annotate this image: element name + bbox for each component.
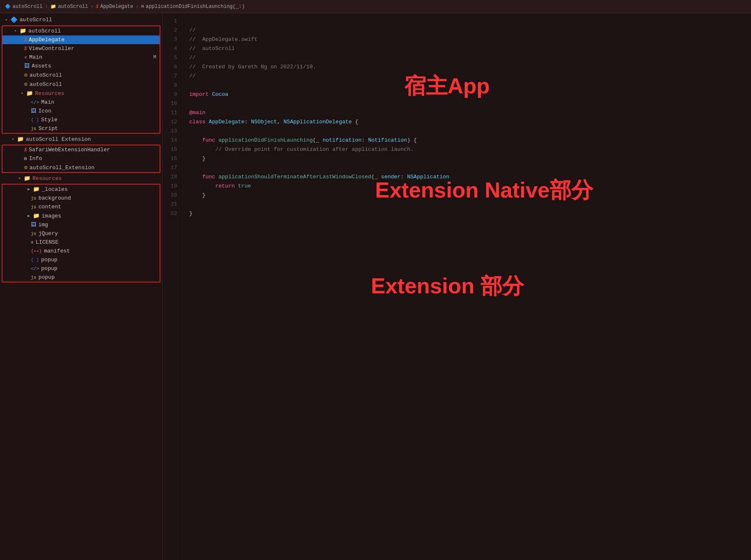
sidebar-resources2-label: Resources <box>33 175 62 182</box>
swift-icon: 𝑆 <box>24 37 27 43</box>
sidebar-img-label: img <box>38 222 48 228</box>
root-app-icon: 🔷 <box>10 16 18 23</box>
breadcrumb-app-icon: 🔷 autoScroll <box>5 4 43 10</box>
sidebar-style-label: Style <box>41 117 58 123</box>
breadcrumb-folder: 📁 autoScroll <box>50 4 88 10</box>
sidebar-item-popup-html[interactable]: </> popup <box>3 264 160 273</box>
sidebar-resources1-label: Resources <box>35 90 64 97</box>
sidebar-item-img[interactable]: 🖼 img <box>3 220 160 229</box>
sidebar-item-main-html[interactable]: </> Main <box>3 98 160 107</box>
folder-icon: 📁 <box>50 4 56 9</box>
sidebar-images-label: images <box>42 213 61 219</box>
sidebar-root[interactable]: ▾ 🔷 autoScroll <box>0 15 162 25</box>
sidebar-background-label: background <box>38 195 71 201</box>
breadcrumb-method-label[interactable]: applicationDidFinishLaunching(_:) <box>145 4 245 10</box>
code-text: // // AppDelegate.swift // autoScroll //… <box>183 13 751 560</box>
sidebar-item-autoscroll-plist1[interactable]: ⚙ autoScroll <box>3 70 160 80</box>
line-numbers: 1 2 3 4 5 6 7 8 9 10 11 12 13 14 15 16 1… <box>163 13 183 560</box>
image-icon: 🖼 <box>31 108 36 114</box>
sidebar-popup-css-label: popup <box>41 257 58 263</box>
sidebar-item-license[interactable]: ≡ LICENSE <box>3 238 160 247</box>
chevron-down-icon: ▾ <box>14 28 17 33</box>
red-outline-resources: ▶ 📁 _locales js background js content ▶ … <box>2 184 160 282</box>
js-icon: js <box>31 231 36 236</box>
sidebar-item-autoscroll-plist2[interactable]: ⚙ autoScroll <box>3 80 160 89</box>
folder-icon: 📁 <box>17 136 24 142</box>
sidebar-item-icon[interactable]: 🖼 Icon <box>3 107 160 115</box>
html-icon: </> <box>31 100 39 105</box>
red-outline-extension: 𝑆 SafariWebExtensionHandler ⊟ Info ⚙ aut… <box>2 145 160 173</box>
sidebar-item-main-storyboard[interactable]: ✕ Main M <box>3 53 160 62</box>
folder-icon: 📁 <box>20 28 26 34</box>
sidebar-item-background[interactable]: js background <box>3 194 160 202</box>
method-icon: M <box>141 4 144 9</box>
css-icon: { } <box>31 118 39 122</box>
folder-icon: 📁 <box>26 90 33 97</box>
chevron-down-icon: ▾ <box>12 137 14 142</box>
sidebar-item-popup-js[interactable]: js popup <box>3 273 160 282</box>
storyboard-icon: ✕ <box>24 54 27 60</box>
sidebar-main-html-label: Main <box>41 99 54 105</box>
sidebar-item-assets[interactable]: 🖼 Assets <box>3 62 160 70</box>
code-editor[interactable]: 宿主App Extension Native部分 Extension 部分 1 … <box>163 13 751 560</box>
sidebar-autoscroll-extension-label: autoScroll_Extension <box>30 165 95 171</box>
sidebar-content-label: content <box>38 204 61 210</box>
sidebar-item-autoscroll-extension[interactable]: ⚙ autoScroll_Extension <box>3 163 160 172</box>
breadcrumb-autoscroll[interactable]: autoScroll <box>13 4 43 10</box>
sidebar-item-info[interactable]: ⊟ Info <box>3 154 160 163</box>
sidebar-autoscroll-plist1-label: autoScroll <box>30 72 62 78</box>
sidebar-assets-label: Assets <box>32 63 51 69</box>
gear-icon: ⚙ <box>24 72 28 78</box>
sidebar-item-appdelegate[interactable]: 𝑆 AppDelegate <box>3 35 160 44</box>
sidebar-extension-folder[interactable]: ▾ 📁 autoScroll Extension <box>0 135 162 144</box>
breadcrumb-appdelegate: 𝑆 AppDelegate <box>96 4 133 10</box>
assets-icon: 🖼 <box>24 63 30 69</box>
sidebar-resources2-folder[interactable]: ▾ 📁 Resources <box>0 174 162 183</box>
sidebar-item-images[interactable]: ▶ 📁 images <box>3 211 160 220</box>
sidebar-item-manifest[interactable]: {••} manifest <box>3 247 160 255</box>
sidebar-item-popup-css[interactable]: { } popup <box>3 255 160 264</box>
bc-sep-1: › <box>45 4 48 10</box>
breadcrumb-method: M applicationDidFinishLaunching(_:) <box>141 4 245 10</box>
gear-icon: ⚙ <box>24 81 28 88</box>
sidebar-safari-handler-label: SafariWebExtensionHandler <box>29 147 110 153</box>
sidebar-locales-label: _locales <box>42 186 68 192</box>
modified-badge: M <box>153 55 156 60</box>
sidebar-item-content[interactable]: js content <box>3 202 160 211</box>
sidebar-main-storyboard-label: Main <box>29 54 42 60</box>
swift-icon: 𝑆 <box>96 4 98 9</box>
chevron-right-icon: ▶ <box>28 213 30 218</box>
sidebar: ▾ 🔷 autoScroll ▾ 📁 autoScroll 𝑆 AppDeleg… <box>0 13 163 560</box>
sidebar-license-label: LICENSE <box>36 239 59 245</box>
sidebar-item-viewcontroller[interactable]: 𝑆 ViewController <box>3 44 160 53</box>
sidebar-item-resources1[interactable]: ▾ 📁 Resources <box>3 89 160 98</box>
js-icon: js <box>31 275 36 280</box>
chevron-down-icon: ▾ <box>5 18 8 22</box>
sidebar-item-jquery[interactable]: js jQuery <box>3 229 160 238</box>
css-icon: { } <box>31 258 39 262</box>
chevron-right-icon: ▶ <box>28 187 30 192</box>
manifest-icon: {••} <box>31 249 42 254</box>
sidebar-autoscroll-folder[interactable]: ▾ 📁 autoScroll <box>3 26 160 35</box>
sidebar-info-label: Info <box>29 155 42 162</box>
swift-icon: 𝑆 <box>24 147 27 153</box>
sidebar-item-safari-handler[interactable]: 𝑆 SafariWebExtensionHandler <box>3 145 160 154</box>
sidebar-item-script[interactable]: js Script <box>3 124 160 133</box>
breadcrumb-appdelegate-label[interactable]: AppDelegate <box>100 4 133 10</box>
code-content: 1 2 3 4 5 6 7 8 9 10 11 12 13 14 15 16 1… <box>163 13 751 560</box>
breadcrumb-folder-label[interactable]: autoScroll <box>58 4 88 10</box>
sidebar-viewcontroller-label: ViewController <box>29 45 74 52</box>
gear-icon: ⚙ <box>24 164 28 171</box>
js-icon: js <box>31 205 36 210</box>
js-icon: js <box>31 196 36 201</box>
info-icon: ⊟ <box>24 156 27 161</box>
red-outline-autoscroll: ▾ 📁 autoScroll 𝑆 AppDelegate 𝑆 ViewContr… <box>2 25 160 134</box>
breadcrumb-bar: 🔷 autoScroll › 📁 autoScroll › 𝑆 AppDeleg… <box>0 0 751 13</box>
swift-icon: 𝑆 <box>24 46 27 52</box>
sidebar-item-style[interactable]: { } Style <box>3 115 160 124</box>
sidebar-script-label: Script <box>38 125 58 132</box>
folder-icon: 📁 <box>24 175 30 182</box>
license-icon: ≡ <box>31 240 34 245</box>
sidebar-item-locales[interactable]: ▶ 📁 _locales <box>3 185 160 194</box>
sidebar-jquery-label: jQuery <box>38 230 58 237</box>
